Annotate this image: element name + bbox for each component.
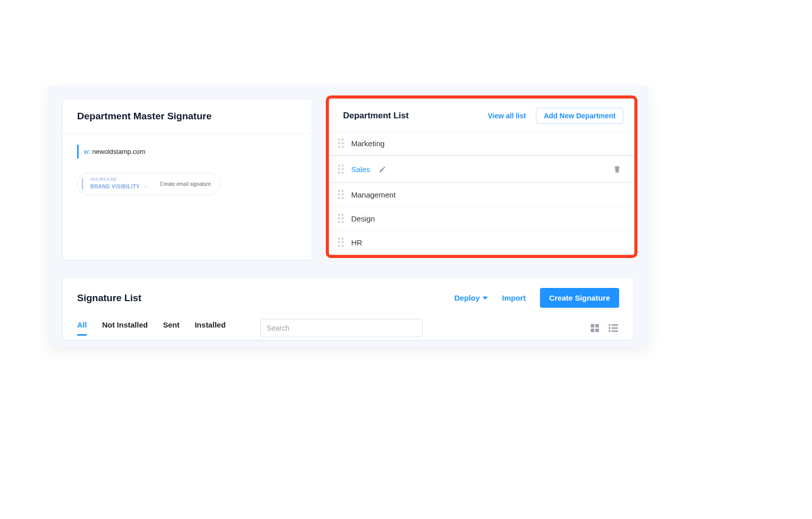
signature-list-tabs: AllNot InstalledSentInstalled	[77, 320, 226, 336]
tab-sent[interactable]: Sent	[163, 320, 180, 336]
caret-down-icon	[483, 297, 488, 300]
department-list: MarketingSalesManagementDesignHR	[330, 132, 633, 254]
trash-icon	[613, 165, 621, 173]
tab-all[interactable]: All	[77, 320, 87, 336]
department-name: Design	[351, 214, 375, 223]
drag-handle-icon[interactable]	[338, 139, 345, 148]
department-row[interactable]: Management	[330, 183, 633, 207]
add-new-department-button[interactable]: Add New Department	[536, 108, 623, 124]
tab-installed[interactable]: Installed	[195, 320, 226, 336]
search-input[interactable]	[260, 319, 423, 337]
banner-cta: Create email signature	[160, 181, 211, 187]
search-wrap	[260, 319, 423, 337]
department-name: HR	[351, 238, 362, 247]
signature-list-header: Signature List Deploy Import Create Sign…	[77, 288, 619, 308]
signature-list-tabs-row: AllNot InstalledSentInstalled	[77, 319, 619, 337]
department-row[interactable]: Design	[330, 207, 633, 231]
signature-list-card: Signature List Deploy Import Create Sign…	[63, 278, 633, 340]
app-canvas: Department Master Signature w: newoldsta…	[48, 85, 649, 347]
banner-text: INCREASE BRAND VISIBILITY →	[90, 177, 149, 190]
master-signature-card: Department Master Signature w: newoldsta…	[63, 100, 312, 260]
master-signature-title: Department Master Signature	[63, 100, 312, 134]
arrow-right-icon: →	[143, 183, 149, 189]
top-row: Department Master Signature w: newoldsta…	[63, 100, 633, 260]
department-row[interactable]: HR	[330, 231, 633, 254]
edit-department-button[interactable]	[377, 164, 388, 175]
svg-rect-7	[612, 328, 618, 329]
banner-accent-bar	[82, 178, 83, 190]
svg-point-4	[608, 324, 611, 326]
svg-point-6	[608, 327, 611, 329]
svg-rect-2	[591, 329, 594, 332]
list-view-toggle[interactable]	[608, 323, 619, 333]
department-row[interactable]: Sales	[330, 155, 633, 183]
tab-not-installed[interactable]: Not Installed	[102, 320, 148, 336]
master-signature-body: w: newoldstamp.com INCREASE BRAND VISIBI…	[63, 134, 312, 206]
pencil-icon	[379, 166, 386, 173]
drag-handle-icon[interactable]	[338, 214, 345, 223]
drag-handle-icon[interactable]	[338, 190, 345, 199]
svg-point-8	[608, 330, 611, 332]
svg-rect-3	[595, 329, 599, 332]
drag-handle-icon[interactable]	[338, 165, 345, 174]
create-signature-button[interactable]: Create Signature	[540, 288, 619, 308]
deploy-dropdown[interactable]: Deploy	[454, 294, 488, 302]
department-list-header: Department List View all list Add New De…	[330, 100, 633, 132]
signature-website-line: w: newoldstamp.com	[77, 145, 297, 158]
department-name: Management	[351, 190, 396, 199]
department-name: Marketing	[351, 139, 385, 148]
signature-website-value: newoldstamp.com	[92, 148, 146, 155]
import-link[interactable]: Import	[502, 294, 526, 302]
department-list-wrapper: Department List View all list Add New De…	[330, 100, 633, 254]
drag-handle-icon[interactable]	[338, 238, 345, 247]
svg-rect-0	[591, 324, 594, 328]
signature-list-actions: Deploy Import Create Signature	[454, 288, 619, 308]
view-all-list-link[interactable]: View all list	[488, 112, 526, 120]
department-list-card: Department List View all list Add New De…	[330, 100, 633, 254]
banner-line2: BRAND VISIBILITY	[90, 184, 140, 189]
deploy-label: Deploy	[454, 294, 480, 302]
department-name: Sales	[351, 165, 370, 174]
delete-department-button[interactable]	[611, 163, 623, 175]
signature-banner[interactable]: INCREASE BRAND VISIBILITY → Create email…	[77, 173, 221, 195]
grid-view-toggle[interactable]	[590, 323, 600, 333]
list-icon	[608, 323, 619, 333]
signature-list-title: Signature List	[77, 293, 142, 304]
grid-icon	[590, 323, 600, 333]
department-row[interactable]: Marketing	[330, 132, 633, 155]
svg-rect-9	[612, 331, 618, 332]
svg-rect-1	[595, 324, 599, 328]
view-toggles	[590, 323, 619, 333]
department-header-actions: View all list Add New Department	[488, 108, 623, 124]
svg-rect-5	[612, 325, 618, 326]
signature-w-prefix: w:	[84, 148, 90, 155]
department-list-title: Department List	[343, 111, 409, 121]
